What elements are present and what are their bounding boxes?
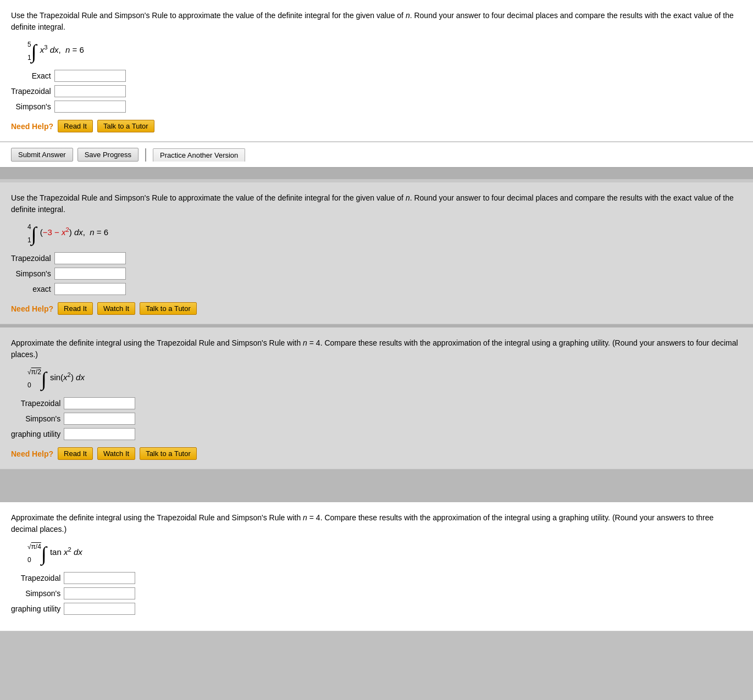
q3-simpsons-cell bbox=[64, 411, 139, 426]
q3-watch-it-button[interactable]: Watch It bbox=[97, 447, 135, 460]
q3-need-help-label: Need Help? bbox=[11, 449, 53, 458]
q2-exact-cell bbox=[54, 281, 129, 297]
submit-answer-button[interactable]: Submit Answer bbox=[11, 148, 73, 162]
q1-trapezoidal-row: Trapezoidal bbox=[11, 84, 129, 99]
q3-integrand: sin(x2) dx bbox=[48, 371, 85, 382]
q3-trapezoidal-input[interactable] bbox=[64, 397, 135, 409]
q1-integral-sign: ∫ bbox=[31, 43, 37, 60]
q3-talk-tutor-button[interactable]: Talk to a Tutor bbox=[140, 447, 197, 460]
q2-simpsons-input[interactable] bbox=[54, 268, 126, 280]
q2-read-it-button[interactable]: Read It bbox=[58, 302, 93, 315]
q1-instruction: Use the Trapezoidal Rule and Simpson's R… bbox=[11, 10, 742, 33]
q4-trapezoidal-input[interactable] bbox=[64, 572, 135, 584]
q1-integral-symbol: 5 1 ∫ x3 dx, n = 6 bbox=[27, 38, 84, 60]
q3-simpsons-label: Simpson's bbox=[11, 411, 64, 426]
q4-simpsons-row: Simpson's bbox=[11, 586, 139, 601]
q2-simpsons-row: Simpson's bbox=[11, 266, 129, 281]
q4-graphing-label: graphing utility bbox=[11, 601, 64, 616]
q4-integral-sign: ∫ bbox=[41, 545, 47, 563]
q1-integrand: x3 dx, n = 6 bbox=[38, 44, 84, 55]
q2-watch-it-button[interactable]: Watch It bbox=[97, 302, 135, 315]
q1-need-help: Need Help? Read It Talk to a Tutor bbox=[11, 120, 742, 132]
q1-simpsons-cell bbox=[54, 99, 129, 114]
q3-graphing-row: graphing utility bbox=[11, 426, 139, 442]
q2-upper-limit: 4 bbox=[27, 223, 31, 231]
q3-read-it-button[interactable]: Read It bbox=[58, 447, 93, 460]
q3-simpsons-input[interactable] bbox=[64, 413, 135, 425]
question-2: Use the Trapezoidal Rule and Simpson's R… bbox=[0, 182, 753, 324]
q4-fields-table: Trapezoidal Simpson's graphing utility bbox=[11, 570, 139, 616]
q2-integral: 4 1 ∫ (−3 − x2) dx, n = 6 bbox=[27, 221, 742, 243]
q2-simpsons-cell bbox=[54, 266, 129, 281]
question-4: Approximate the definite integral using … bbox=[0, 502, 753, 631]
q4-integral: √π/4 0 ∫ tan x2 dx bbox=[27, 541, 742, 563]
action-divider bbox=[145, 148, 146, 162]
q4-lower-limit: 0 bbox=[27, 556, 31, 564]
q2-trapezoidal-label: Trapezoidal bbox=[11, 251, 54, 266]
q1-integral: 5 1 ∫ x3 dx, n = 6 bbox=[27, 38, 742, 60]
q2-integral-symbol: 4 1 ∫ (−3 − x2) dx, n = 6 bbox=[27, 221, 108, 243]
q2-talk-tutor-button[interactable]: Talk to a Tutor bbox=[140, 302, 197, 315]
q1-need-help-label: Need Help? bbox=[11, 122, 53, 131]
q3-fields-table: Trapezoidal Simpson's graphing utility bbox=[11, 396, 139, 442]
q1-simpsons-row: Simpson's bbox=[11, 99, 129, 114]
q4-trapezoidal-label: Trapezoidal bbox=[11, 570, 64, 586]
q1-read-it-button[interactable]: Read It bbox=[58, 120, 93, 132]
question-3: Approximate the definite integral using … bbox=[0, 327, 753, 469]
q3-trapezoidal-cell bbox=[64, 396, 139, 411]
q3-integral: √π/2 0 ∫ sin(x2) dx bbox=[27, 366, 742, 388]
separator-1 bbox=[0, 168, 753, 179]
q1-trapezoidal-cell bbox=[54, 84, 129, 99]
q1-exact-label: Exact bbox=[11, 68, 54, 84]
q1-talk-tutor-button[interactable]: Talk to a Tutor bbox=[97, 120, 154, 132]
q2-trapezoidal-input[interactable] bbox=[54, 252, 126, 264]
q1-exact-input[interactable] bbox=[54, 70, 126, 82]
q2-instruction: Use the Trapezoidal Rule and Simpson's R… bbox=[11, 192, 742, 215]
q3-upper-limit: √π/2 bbox=[27, 368, 41, 376]
q4-graphing-row: graphing utility bbox=[11, 601, 139, 616]
q4-instruction: Approximate the definite integral using … bbox=[11, 512, 742, 535]
q2-need-help: Need Help? Read It Watch It Talk to a Tu… bbox=[11, 302, 742, 315]
q4-trapezoidal-row: Trapezoidal bbox=[11, 570, 139, 586]
q2-simpsons-label: Simpson's bbox=[11, 266, 54, 281]
q4-upper-limit: √π/4 bbox=[27, 543, 41, 551]
q2-fields-table: Trapezoidal Simpson's exact bbox=[11, 251, 129, 297]
save-progress-button[interactable]: Save Progress bbox=[77, 148, 139, 162]
q1-trapezoidal-label: Trapezoidal bbox=[11, 84, 54, 99]
q4-graphing-input[interactable] bbox=[64, 603, 135, 615]
q1-exact-row: Exact bbox=[11, 68, 129, 84]
q3-instruction: Approximate the definite integral using … bbox=[11, 337, 742, 360]
q2-exact-input[interactable] bbox=[54, 283, 126, 295]
q3-integral-symbol: √π/2 0 ∫ sin(x2) dx bbox=[27, 366, 85, 388]
q2-need-help-label: Need Help? bbox=[11, 304, 53, 313]
q4-trapezoidal-cell bbox=[64, 570, 139, 586]
q1-trapezoidal-input[interactable] bbox=[54, 85, 126, 97]
question-1: Use the Trapezoidal Rule and Simpson's R… bbox=[0, 0, 753, 142]
q3-graphing-label: graphing utility bbox=[11, 426, 64, 442]
q4-simpsons-label: Simpson's bbox=[11, 586, 64, 601]
q3-graphing-cell bbox=[64, 426, 139, 442]
q1-lower-limit: 1 bbox=[27, 54, 31, 62]
q4-simpsons-cell bbox=[64, 586, 139, 601]
action-bar: Submit Answer Save Progress Practice Ano… bbox=[0, 142, 753, 168]
q1-fields-table: Exact Trapezoidal Simpson's bbox=[11, 68, 129, 114]
q3-graphing-input[interactable] bbox=[64, 428, 135, 440]
q3-integral-sign: ∫ bbox=[41, 370, 47, 388]
q4-simpsons-input[interactable] bbox=[64, 587, 135, 599]
practice-another-button[interactable]: Practice Another Version bbox=[153, 148, 245, 162]
q3-need-help: Need Help? Read It Watch It Talk to a Tu… bbox=[11, 447, 742, 460]
q1-upper-limit: 5 bbox=[27, 41, 31, 48]
big-separator bbox=[0, 469, 753, 502]
q2-integrand: (−3 − x2) dx, n = 6 bbox=[38, 226, 108, 237]
q2-trapezoidal-row: Trapezoidal bbox=[11, 251, 129, 266]
page-wrapper: Use the Trapezoidal Rule and Simpson's R… bbox=[0, 0, 753, 700]
q1-simpsons-input[interactable] bbox=[54, 101, 126, 113]
q4-integral-symbol: √π/4 0 ∫ tan x2 dx bbox=[27, 541, 82, 563]
q3-simpsons-row: Simpson's bbox=[11, 411, 139, 426]
q2-integral-sign: ∫ bbox=[31, 225, 37, 243]
q1-exact-cell bbox=[54, 68, 129, 84]
q4-graphing-cell bbox=[64, 601, 139, 616]
q3-trapezoidal-label: Trapezoidal bbox=[11, 396, 64, 411]
q2-trapezoidal-cell bbox=[54, 251, 129, 266]
q2-exact-row: exact bbox=[11, 281, 129, 297]
